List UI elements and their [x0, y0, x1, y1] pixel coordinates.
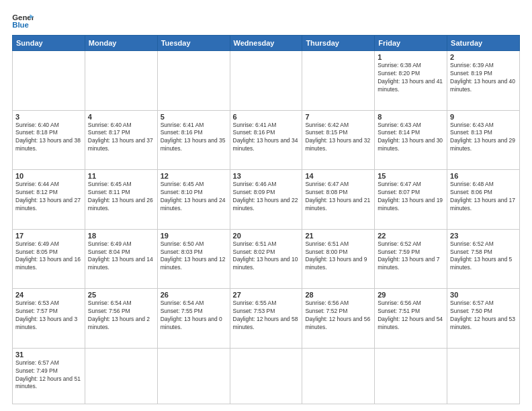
- day-number: 8: [378, 113, 444, 121]
- day-info: Sunrise: 6:47 AM Sunset: 8:07 PM Dayligh…: [378, 181, 444, 213]
- weekday-header-friday: Friday: [375, 36, 447, 51]
- day-info: Sunrise: 6:57 AM Sunset: 7:50 PM Dayligh…: [450, 300, 517, 332]
- day-info: Sunrise: 6:51 AM Sunset: 8:00 PM Dayligh…: [305, 240, 371, 273]
- day-info: Sunrise: 6:49 AM Sunset: 8:05 PM Dayligh…: [15, 240, 82, 273]
- calendar-day-cell: 22Sunrise: 6:52 AM Sunset: 7:59 PM Dayli…: [375, 229, 447, 289]
- calendar-day-cell: 7Sunrise: 6:42 AM Sunset: 8:15 PM Daylig…: [302, 110, 375, 170]
- calendar-day-cell: 9Sunrise: 6:43 AM Sunset: 8:13 PM Daylig…: [447, 110, 520, 170]
- day-info: Sunrise: 6:43 AM Sunset: 8:13 PM Dayligh…: [450, 122, 517, 154]
- svg-text:Blue: Blue: [12, 21, 29, 29]
- calendar-day-cell: 3Sunrise: 6:40 AM Sunset: 8:18 PM Daylig…: [13, 110, 85, 170]
- day-info: Sunrise: 6:54 AM Sunset: 7:56 PM Dayligh…: [88, 300, 154, 332]
- calendar-day-cell: 6Sunrise: 6:41 AM Sunset: 8:16 PM Daylig…: [230, 110, 302, 170]
- calendar-day-cell: [375, 348, 447, 404]
- day-info: Sunrise: 6:56 AM Sunset: 7:51 PM Dayligh…: [378, 300, 444, 332]
- calendar-header-row: SundayMondayTuesdayWednesdayThursdayFrid…: [13, 36, 520, 51]
- page: General Blue SundayMondayTuesdayWednesda…: [0, 0, 532, 411]
- day-number: 21: [305, 232, 371, 240]
- day-info: Sunrise: 6:54 AM Sunset: 7:55 PM Dayligh…: [161, 300, 227, 332]
- weekday-header-monday: Monday: [85, 36, 157, 51]
- day-info: Sunrise: 6:40 AM Sunset: 8:18 PM Dayligh…: [15, 122, 82, 154]
- day-number: 24: [15, 291, 82, 299]
- weekday-header-saturday: Saturday: [447, 36, 520, 51]
- day-info: Sunrise: 6:44 AM Sunset: 8:12 PM Dayligh…: [15, 181, 82, 213]
- calendar-week-6: 31Sunrise: 6:57 AM Sunset: 7:49 PM Dayli…: [13, 348, 520, 404]
- logo-icon: General Blue: [12, 11, 34, 30]
- day-number: 20: [233, 232, 300, 240]
- day-info: Sunrise: 6:55 AM Sunset: 7:53 PM Dayligh…: [233, 300, 300, 332]
- day-info: Sunrise: 6:53 AM Sunset: 7:57 PM Dayligh…: [15, 300, 82, 332]
- calendar-day-cell: 19Sunrise: 6:50 AM Sunset: 8:03 PM Dayli…: [157, 229, 230, 289]
- day-number: 15: [378, 172, 444, 180]
- calendar-week-4: 17Sunrise: 6:49 AM Sunset: 8:05 PM Dayli…: [13, 229, 520, 289]
- day-info: Sunrise: 6:42 AM Sunset: 8:15 PM Dayligh…: [305, 122, 371, 154]
- calendar-day-cell: 29Sunrise: 6:56 AM Sunset: 7:51 PM Dayli…: [375, 289, 447, 349]
- day-number: 19: [161, 232, 227, 240]
- day-info: Sunrise: 6:40 AM Sunset: 8:17 PM Dayligh…: [88, 122, 154, 154]
- day-number: 28: [305, 291, 371, 299]
- calendar-day-cell: 14Sunrise: 6:47 AM Sunset: 8:08 PM Dayli…: [302, 170, 375, 230]
- day-number: 18: [88, 232, 154, 240]
- calendar-day-cell: [302, 51, 375, 111]
- calendar-week-2: 3Sunrise: 6:40 AM Sunset: 8:18 PM Daylig…: [13, 110, 520, 170]
- calendar-day-cell: [230, 348, 302, 404]
- calendar-week-1: 1Sunrise: 6:38 AM Sunset: 8:20 PM Daylig…: [13, 51, 520, 111]
- calendar-day-cell: 15Sunrise: 6:47 AM Sunset: 8:07 PM Dayli…: [375, 170, 447, 230]
- calendar-day-cell: 13Sunrise: 6:46 AM Sunset: 8:09 PM Dayli…: [230, 170, 302, 230]
- calendar-day-cell: [13, 51, 85, 111]
- day-info: Sunrise: 6:52 AM Sunset: 7:59 PM Dayligh…: [378, 240, 444, 273]
- day-number: 1: [378, 53, 444, 61]
- day-number: 30: [450, 291, 517, 299]
- calendar-week-3: 10Sunrise: 6:44 AM Sunset: 8:12 PM Dayli…: [13, 170, 520, 230]
- logo: General Blue: [12, 11, 36, 30]
- day-info: Sunrise: 6:46 AM Sunset: 8:09 PM Dayligh…: [233, 181, 300, 213]
- day-number: 31: [15, 351, 82, 359]
- day-info: Sunrise: 6:48 AM Sunset: 8:06 PM Dayligh…: [450, 181, 517, 213]
- day-number: 27: [233, 291, 300, 299]
- day-number: 7: [305, 113, 371, 121]
- calendar-day-cell: 28Sunrise: 6:56 AM Sunset: 7:52 PM Dayli…: [302, 289, 375, 349]
- calendar-day-cell: 20Sunrise: 6:51 AM Sunset: 8:02 PM Dayli…: [230, 229, 302, 289]
- calendar-day-cell: 25Sunrise: 6:54 AM Sunset: 7:56 PM Dayli…: [85, 289, 157, 349]
- day-info: Sunrise: 6:43 AM Sunset: 8:14 PM Dayligh…: [378, 122, 444, 154]
- day-info: Sunrise: 6:45 AM Sunset: 8:11 PM Dayligh…: [88, 181, 154, 213]
- day-info: Sunrise: 6:49 AM Sunset: 8:04 PM Dayligh…: [88, 240, 154, 273]
- day-info: Sunrise: 6:45 AM Sunset: 8:10 PM Dayligh…: [161, 181, 227, 213]
- calendar-day-cell: 21Sunrise: 6:51 AM Sunset: 8:00 PM Dayli…: [302, 229, 375, 289]
- day-info: Sunrise: 6:41 AM Sunset: 8:16 PM Dayligh…: [161, 122, 227, 154]
- calendar-day-cell: [230, 51, 302, 111]
- day-number: 10: [15, 172, 82, 180]
- calendar-day-cell: [157, 51, 230, 111]
- calendar-week-5: 24Sunrise: 6:53 AM Sunset: 7:57 PM Dayli…: [13, 289, 520, 349]
- day-number: 3: [15, 113, 82, 121]
- day-number: 14: [305, 172, 371, 180]
- weekday-header-sunday: Sunday: [13, 36, 85, 51]
- calendar-day-cell: 16Sunrise: 6:48 AM Sunset: 8:06 PM Dayli…: [447, 170, 520, 230]
- calendar-day-cell: [85, 51, 157, 111]
- calendar-day-cell: [85, 348, 157, 404]
- calendar-day-cell: 30Sunrise: 6:57 AM Sunset: 7:50 PM Dayli…: [447, 289, 520, 349]
- day-info: Sunrise: 6:47 AM Sunset: 8:08 PM Dayligh…: [305, 181, 371, 213]
- day-number: 29: [378, 291, 444, 299]
- calendar-day-cell: 1Sunrise: 6:38 AM Sunset: 8:20 PM Daylig…: [375, 51, 447, 111]
- day-number: 23: [450, 232, 517, 240]
- day-number: 22: [378, 232, 444, 240]
- day-number: 17: [15, 232, 82, 240]
- calendar-day-cell: 2Sunrise: 6:39 AM Sunset: 8:19 PM Daylig…: [447, 51, 520, 111]
- day-info: Sunrise: 6:52 AM Sunset: 7:58 PM Dayligh…: [450, 240, 517, 273]
- day-info: Sunrise: 6:56 AM Sunset: 7:52 PM Dayligh…: [305, 300, 371, 332]
- calendar-day-cell: 5Sunrise: 6:41 AM Sunset: 8:16 PM Daylig…: [157, 110, 230, 170]
- day-number: 13: [233, 172, 300, 180]
- calendar-table: SundayMondayTuesdayWednesdayThursdayFrid…: [12, 35, 520, 404]
- day-number: 5: [161, 113, 227, 121]
- day-number: 12: [161, 172, 227, 180]
- calendar-day-cell: 31Sunrise: 6:57 AM Sunset: 7:49 PM Dayli…: [13, 348, 85, 404]
- day-info: Sunrise: 6:39 AM Sunset: 8:19 PM Dayligh…: [450, 62, 517, 94]
- day-info: Sunrise: 6:51 AM Sunset: 8:02 PM Dayligh…: [233, 240, 300, 273]
- day-number: 16: [450, 172, 517, 180]
- calendar-day-cell: 11Sunrise: 6:45 AM Sunset: 8:11 PM Dayli…: [85, 170, 157, 230]
- day-number: 9: [450, 113, 517, 121]
- day-number: 25: [88, 291, 154, 299]
- calendar-day-cell: 27Sunrise: 6:55 AM Sunset: 7:53 PM Dayli…: [230, 289, 302, 349]
- calendar-day-cell: 4Sunrise: 6:40 AM Sunset: 8:17 PM Daylig…: [85, 110, 157, 170]
